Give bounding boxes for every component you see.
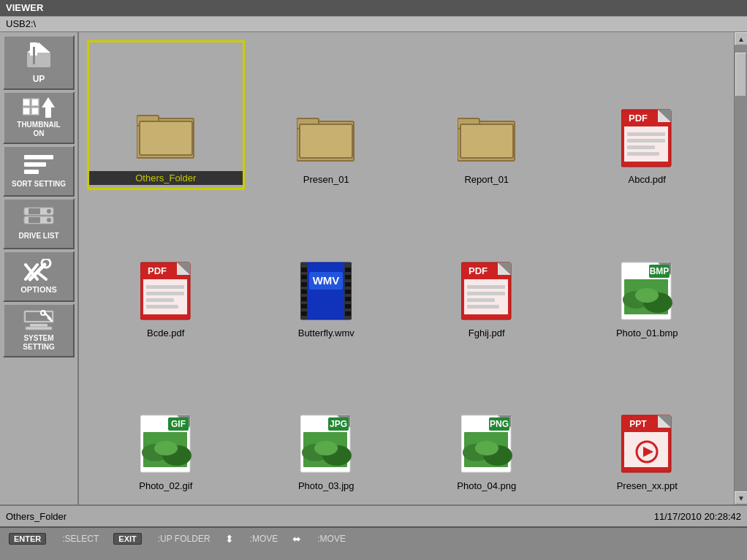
scroll-up-button[interactable]: ▲ bbox=[735, 32, 747, 45]
file-item-butterfly-wmv[interactable]: WMV Butterfly.wmv bbox=[250, 195, 403, 341]
svg-rect-69 bbox=[301, 282, 307, 287]
file-item-fghij-pdf[interactable]: PDF Fghij.pdf bbox=[410, 195, 564, 341]
pdf-icon-bcde: PDF bbox=[140, 259, 192, 321]
svg-text:PNG: PNG bbox=[490, 419, 509, 429]
file-item-report01[interactable]: Report_01 bbox=[410, 42, 564, 188]
svg-rect-22 bbox=[29, 208, 40, 214]
thumbnail-icon bbox=[23, 97, 55, 118]
file-name-report01: Report_01 bbox=[464, 174, 509, 185]
svg-point-127 bbox=[475, 441, 498, 455]
svg-rect-70 bbox=[301, 290, 307, 294]
scroll-up-arrow: ▲ bbox=[737, 35, 745, 43]
file-name-others-folder: Others_Folder bbox=[89, 171, 243, 185]
file-item-presen01[interactable]: Presen_01 bbox=[250, 42, 403, 188]
svg-rect-53 bbox=[627, 145, 655, 149]
svg-rect-71 bbox=[301, 297, 307, 301]
svg-rect-52 bbox=[627, 139, 665, 143]
svg-rect-90 bbox=[467, 285, 505, 289]
svg-rect-62 bbox=[146, 292, 184, 295]
svg-rect-91 bbox=[467, 292, 505, 295]
file-item-photo04-png[interactable]: PNG Photo_04.png bbox=[410, 349, 564, 494]
svg-rect-92 bbox=[467, 298, 495, 302]
file-name-presenxx-ppt: Presen_xx.ppt bbox=[617, 480, 678, 491]
wmv-icon-wrap: WMV bbox=[297, 257, 355, 323]
folder-icon-2 bbox=[297, 111, 355, 162]
svg-point-19 bbox=[47, 209, 51, 213]
svg-rect-64 bbox=[146, 305, 178, 309]
svg-rect-54 bbox=[627, 152, 659, 156]
svg-rect-75 bbox=[345, 268, 351, 272]
options-button[interactable]: OPTIONS bbox=[3, 251, 75, 302]
up-button[interactable]: UP bbox=[3, 35, 75, 90]
svg-text:PDF: PDF bbox=[469, 265, 488, 276]
file-area: Others_Folder Presen_01 bbox=[79, 32, 747, 504]
system-label: SYSTEM SETTING bbox=[7, 334, 70, 352]
folder-icon-wrap bbox=[137, 101, 195, 167]
svg-rect-81 bbox=[345, 311, 351, 316]
sidebar: UP THUMBNAILON bbox=[0, 32, 79, 504]
file-item-presenxx-ppt[interactable]: PPT Presen_xx.ppt bbox=[571, 349, 724, 494]
file-item-abcd-pdf[interactable]: PDF Abcd.pdf bbox=[571, 42, 724, 188]
svg-rect-41 bbox=[300, 124, 352, 158]
svg-rect-44 bbox=[460, 124, 513, 158]
drive-list-button[interactable]: DRIVE LIST bbox=[3, 198, 75, 249]
svg-rect-3 bbox=[33, 47, 35, 56]
exit-key: EXIT bbox=[113, 533, 141, 545]
options-icon bbox=[24, 259, 53, 282]
sort-icon bbox=[23, 154, 55, 177]
pdf-icon-fghij: PDF bbox=[461, 259, 512, 321]
file-name-photo03-jpg: Photo_03.jpg bbox=[298, 480, 354, 491]
options-label: OPTIONS bbox=[20, 285, 57, 294]
main-layout: UP THUMBNAILON bbox=[0, 32, 747, 504]
thumbnail-label: THUMBNAILON bbox=[17, 121, 60, 138]
svg-text:BMP: BMP bbox=[650, 266, 670, 276]
sort-button[interactable]: SORT SETTING bbox=[3, 145, 75, 197]
gif-icon: GIF bbox=[140, 412, 192, 474]
status-right: 11/17/2010 20:28:42 bbox=[654, 511, 741, 522]
svg-rect-63 bbox=[146, 298, 174, 302]
pdf-icon-wrap-abcd: PDF bbox=[618, 104, 676, 170]
file-name-photo02-gif: Photo_02.gif bbox=[139, 480, 192, 491]
svg-rect-65 bbox=[300, 262, 352, 319]
svg-rect-72 bbox=[301, 304, 307, 309]
scroll-thumb[interactable] bbox=[735, 53, 746, 97]
file-grid: Others_Folder Presen_01 bbox=[79, 32, 734, 504]
file-item-photo03-jpg[interactable]: JPG Photo_03.jpg bbox=[250, 349, 403, 494]
svg-rect-4 bbox=[33, 56, 35, 64]
svg-rect-8 bbox=[32, 99, 38, 105]
scroll-down-button[interactable]: ▼ bbox=[735, 491, 747, 504]
bmp-icon-wrap: BMP bbox=[618, 257, 676, 323]
scrollbar: ▲ ▼ bbox=[734, 32, 747, 504]
exit-label: :UP FOLDER bbox=[158, 534, 211, 544]
svg-point-21 bbox=[47, 218, 51, 222]
svg-rect-68 bbox=[301, 275, 307, 279]
svg-marker-13 bbox=[42, 97, 55, 107]
file-name-presen01: Presen_01 bbox=[303, 174, 349, 185]
svg-rect-58 bbox=[143, 279, 187, 314]
svg-line-26 bbox=[39, 273, 46, 279]
svg-rect-78 bbox=[345, 290, 351, 294]
svg-rect-16 bbox=[24, 162, 46, 167]
scroll-track[interactable] bbox=[735, 45, 747, 491]
file-item-bcde-pdf[interactable]: PDF Bcde.pdf bbox=[89, 195, 243, 341]
system-setting-button[interactable]: SYSTEM SETTING bbox=[3, 303, 75, 357]
enter-label: :SELECT bbox=[62, 534, 99, 544]
gif-icon-wrap: GIF bbox=[137, 410, 195, 476]
pdf-icon-wrap-fghij: PDF bbox=[458, 257, 516, 323]
status-left: Others_Folder bbox=[6, 511, 654, 522]
bottom-bar: ENTER :SELECT EXIT :UP FOLDER ⬍ :MOVE ⬌ … bbox=[0, 526, 747, 550]
svg-rect-79 bbox=[345, 297, 351, 301]
file-item-photo02-gif[interactable]: GIF Photo_02.gif bbox=[89, 349, 243, 494]
drive-label: DRIVE LIST bbox=[18, 232, 58, 241]
svg-rect-73 bbox=[301, 311, 307, 316]
file-item-photo01-bmp[interactable]: BMP Photo_01.bmp bbox=[571, 195, 724, 341]
thumbnail-button[interactable]: THUMBNAILON bbox=[3, 91, 75, 144]
svg-rect-48 bbox=[624, 126, 668, 162]
svg-rect-10 bbox=[23, 108, 29, 114]
file-item-others-folder[interactable]: Others_Folder bbox=[89, 42, 243, 188]
move-label-1: :MOVE bbox=[250, 534, 278, 544]
svg-rect-51 bbox=[627, 132, 665, 136]
folder-icon-wrap-3 bbox=[458, 104, 516, 170]
svg-point-25 bbox=[42, 259, 50, 268]
system-icon bbox=[23, 309, 55, 331]
